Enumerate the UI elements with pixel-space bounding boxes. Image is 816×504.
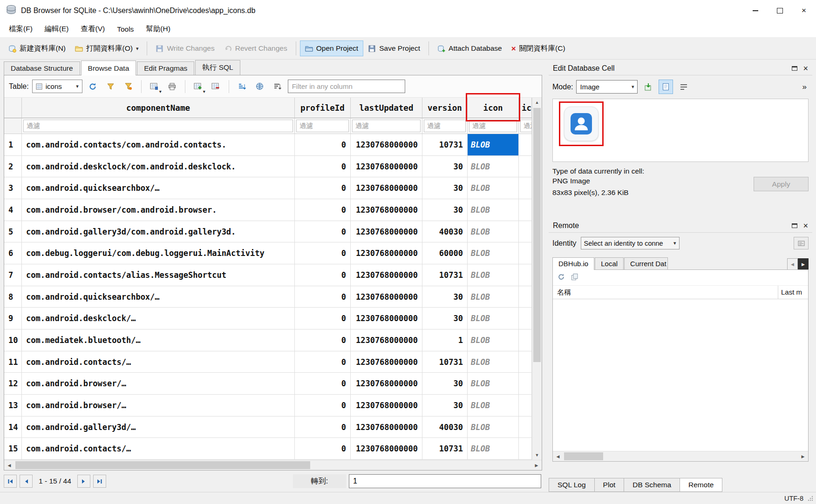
cell-lastupdated[interactable]: 1230768000000 (351, 438, 422, 460)
row-number-cell[interactable]: 5 (4, 221, 22, 243)
cell-clipped[interactable] (519, 221, 532, 243)
cell-lastupdated[interactable]: 1230768000000 (351, 156, 422, 178)
dock-tab-plot[interactable]: Plot (594, 478, 625, 492)
cell-lastupdated[interactable]: 1230768000000 (351, 329, 422, 351)
filter-componentname[interactable]: 過濾 (22, 118, 295, 134)
grid-corner[interactable] (4, 98, 22, 118)
scroll-left-button[interactable]: ◀ (553, 454, 563, 459)
cell-componentname[interactable]: com.android.browser/… (22, 373, 295, 395)
vertical-scroll-thumb[interactable] (533, 108, 541, 362)
refresh-button[interactable] (86, 79, 100, 94)
remote-column-name[interactable]: 名稱 (553, 286, 778, 299)
cell-componentname[interactable]: com.debug.loggerui/com.debug.loggerui.Ma… (22, 242, 295, 264)
cell-clipped[interactable] (519, 264, 532, 286)
cell-componentname[interactable]: com.android.quicksearchbox/… (22, 177, 295, 199)
table-select[interactable]: icons ▾ (32, 80, 82, 93)
cell-icon-blob[interactable]: BLOB (468, 351, 519, 373)
cell-clipped[interactable] (519, 286, 532, 308)
clear-filters-button[interactable] (103, 79, 118, 94)
revert-changes-button[interactable]: Revert Changes (219, 41, 292, 56)
apply-button[interactable]: Apply (754, 177, 809, 191)
cell-lastupdated[interactable]: 1230768000000 (351, 264, 422, 286)
save-results-view-button[interactable]: ▾ (147, 79, 162, 94)
filter-input-box[interactable]: 過濾 (424, 120, 466, 132)
goto-button[interactable]: 轉到: (293, 474, 346, 488)
cell-componentname[interactable]: com.android.deskclock/… (22, 308, 295, 329)
maximize-button[interactable] (768, 0, 792, 21)
cell-componentname[interactable]: com.android.contacts/alias.MessageShortc… (22, 264, 295, 286)
cell-lastupdated[interactable]: 1230768000000 (351, 134, 422, 156)
filter-clipped[interactable]: 過濾 (519, 118, 532, 134)
first-record-button[interactable] (4, 475, 17, 488)
scroll-right-button[interactable]: ▶ (531, 463, 542, 468)
cell-icon-blob[interactable]: BLOB (468, 156, 519, 178)
cell-lastupdated[interactable]: 1230768000000 (351, 417, 422, 438)
resize-grip-icon[interactable] (807, 495, 813, 501)
column-header-clipped[interactable]: ic (519, 98, 532, 118)
menu-view[interactable]: 查看(V) (75, 21, 111, 37)
horizontal-scroll-track[interactable] (14, 460, 531, 470)
horizontal-scroll-track[interactable] (563, 451, 798, 461)
tab-scroll-left-button[interactable]: ◀ (787, 258, 798, 270)
text-view-button[interactable] (659, 80, 673, 94)
filter-input-box[interactable]: 過濾 (23, 120, 293, 132)
cell-profileid[interactable]: 0 (295, 134, 351, 156)
dock-tab-remote[interactable]: Remote (680, 478, 722, 492)
cell-componentname[interactable]: com.android.contacts/… (22, 438, 295, 460)
column-header-icon[interactable]: icon (468, 98, 519, 118)
cell-version[interactable]: 10731 (422, 134, 468, 156)
row-number-cell[interactable]: 4 (4, 199, 22, 221)
cell-clipped[interactable] (519, 351, 532, 373)
cell-icon-blob[interactable]: BLOB (468, 329, 519, 351)
delete-record-button[interactable] (209, 79, 223, 94)
tab-current-database[interactable]: Current Dat (624, 257, 668, 270)
cell-clipped[interactable] (519, 308, 532, 329)
attach-database-button[interactable]: Attach Database (433, 41, 507, 56)
cell-version[interactable]: 10731 (422, 264, 468, 286)
toolbar-overflow-button[interactable]: » (801, 82, 809, 92)
cell-componentname[interactable]: com.mediatek.bluetooth/… (22, 329, 295, 351)
cell-version[interactable]: 30 (422, 395, 468, 417)
remote-horizontal-scrollbar[interactable]: ◀ ▶ (553, 451, 808, 461)
print-button[interactable] (165, 79, 179, 94)
horizontal-scroll-thumb[interactable] (564, 452, 603, 460)
row-number-cell[interactable]: 14 (4, 417, 22, 438)
sort-descending-button[interactable] (270, 79, 285, 94)
cell-clipped[interactable] (519, 156, 532, 178)
cell-lastupdated[interactable]: 1230768000000 (351, 351, 422, 373)
remote-file-list[interactable] (553, 299, 808, 451)
close-database-button[interactable]: × 關閉資料庫(C) (507, 40, 570, 57)
cell-icon-blob[interactable]: BLOB (468, 177, 519, 199)
close-panel-icon[interactable]: × (803, 222, 808, 230)
row-number-cell[interactable]: 9 (4, 308, 22, 329)
cell-lastupdated[interactable]: 1230768000000 (351, 308, 422, 329)
cell-clipped[interactable] (519, 395, 532, 417)
cell-icon-blob[interactable]: BLOB (468, 395, 519, 417)
tab-local[interactable]: Local (595, 257, 624, 270)
cell-profileid[interactable]: 0 (295, 264, 351, 286)
cell-version[interactable]: 30 (422, 373, 468, 395)
tab-dbhub[interactable]: DBHub.io (552, 257, 594, 270)
vertical-scroll-track[interactable] (532, 107, 542, 450)
next-record-button[interactable] (77, 475, 90, 488)
cell-profileid[interactable]: 0 (295, 395, 351, 417)
row-number-cell[interactable]: 2 (4, 156, 22, 178)
remote-column-last-modified[interactable]: Last m (778, 286, 808, 299)
cell-lastupdated[interactable]: 1230768000000 (351, 221, 422, 243)
row-number-cell[interactable]: 11 (4, 351, 22, 373)
global-filter-input[interactable] (288, 80, 405, 93)
row-number-cell[interactable]: 1 (4, 134, 22, 156)
tab-edit-pragmas[interactable]: Edit Pragmas (137, 61, 194, 75)
cell-icon-blob[interactable]: BLOB (468, 134, 519, 156)
open-database-button[interactable]: 打開資料庫(O) ▾ (70, 40, 143, 57)
filter-input-box[interactable]: 過濾 (352, 120, 421, 132)
cell-clipped[interactable] (519, 242, 532, 264)
cell-version[interactable]: 60000 (422, 242, 468, 264)
column-header-lastupdated[interactable]: lastUpdated (351, 98, 422, 118)
remote-clone-button[interactable] (571, 273, 578, 282)
cell-profileid[interactable]: 0 (295, 156, 351, 178)
scroll-down-button[interactable]: ▼ (532, 450, 542, 460)
filter-icon[interactable]: 過濾 (468, 118, 519, 134)
scroll-right-button[interactable]: ▶ (798, 454, 808, 459)
cell-icon-blob[interactable]: BLOB (468, 242, 519, 264)
